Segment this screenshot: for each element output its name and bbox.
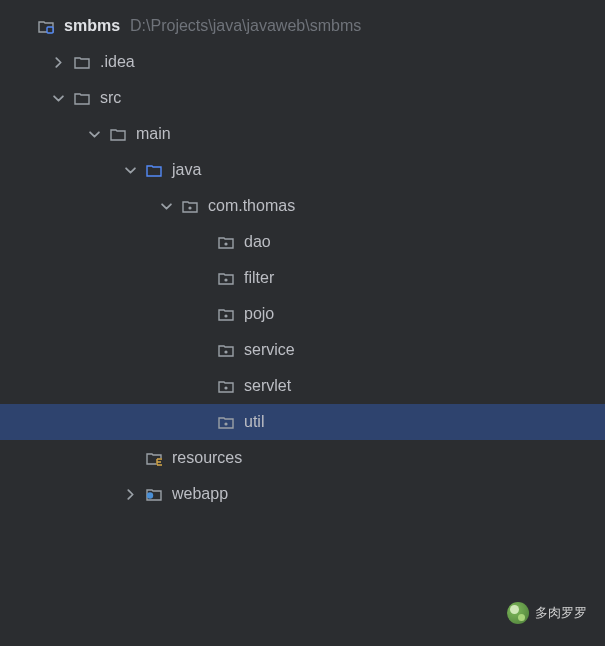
package-icon xyxy=(216,412,236,432)
resources-folder-icon xyxy=(144,448,164,468)
tree-item-resources[interactable]: resources xyxy=(0,440,605,476)
watermark-icon xyxy=(507,602,529,624)
chevron-down-icon[interactable] xyxy=(156,196,176,216)
watermark: 多肉罗罗 xyxy=(507,602,587,624)
module-icon xyxy=(36,16,56,36)
tree-item-service[interactable]: service xyxy=(0,332,605,368)
tree-item-label: filter xyxy=(244,269,274,287)
chevron-down-icon[interactable] xyxy=(48,88,68,108)
chevron-right-icon[interactable] xyxy=(48,52,68,72)
tree-item-pojo[interactable]: pojo xyxy=(0,296,605,332)
package-icon xyxy=(216,376,236,396)
tree-item-label: com.thomas xyxy=(208,197,295,215)
svg-point-2 xyxy=(224,242,227,245)
chevron-right-icon[interactable] xyxy=(120,484,140,504)
source-folder-icon xyxy=(144,160,164,180)
svg-rect-0 xyxy=(47,27,53,33)
chevron-down-icon[interactable] xyxy=(84,124,104,144)
tree-item--idea[interactable]: .idea xyxy=(0,44,605,80)
tree-item-label: pojo xyxy=(244,305,274,323)
package-icon xyxy=(216,268,236,288)
package-icon xyxy=(216,304,236,324)
project-tree: smbmsD:\Projects\java\javaweb\smbms.idea… xyxy=(0,0,605,512)
folder-icon xyxy=(72,88,92,108)
tree-item-label: java xyxy=(172,161,201,179)
package-icon xyxy=(216,340,236,360)
chevron-down-icon[interactable] xyxy=(120,160,140,180)
tree-item-src[interactable]: src xyxy=(0,80,605,116)
web-folder-icon xyxy=(144,484,164,504)
tree-item-java[interactable]: java xyxy=(0,152,605,188)
svg-point-4 xyxy=(224,314,227,317)
tree-item-label: src xyxy=(100,89,121,107)
tree-item-label: webapp xyxy=(172,485,228,503)
tree-item-path: D:\Projects\java\javaweb\smbms xyxy=(130,17,361,35)
svg-point-5 xyxy=(224,350,227,353)
folder-icon xyxy=(72,52,92,72)
tree-item-label: dao xyxy=(244,233,271,251)
tree-item-com-thomas[interactable]: com.thomas xyxy=(0,188,605,224)
tree-item-webapp[interactable]: webapp xyxy=(0,476,605,512)
package-icon xyxy=(216,232,236,252)
svg-point-6 xyxy=(224,386,227,389)
package-icon xyxy=(180,196,200,216)
tree-item-label: resources xyxy=(172,449,242,467)
svg-point-1 xyxy=(188,206,191,209)
tree-item-filter[interactable]: filter xyxy=(0,260,605,296)
tree-item-label: service xyxy=(244,341,295,359)
svg-point-9 xyxy=(147,492,153,498)
svg-point-7 xyxy=(224,422,227,425)
tree-item-util[interactable]: util xyxy=(0,404,605,440)
tree-item-label: util xyxy=(244,413,264,431)
folder-icon xyxy=(108,124,128,144)
tree-item-main[interactable]: main xyxy=(0,116,605,152)
tree-item-servlet[interactable]: servlet xyxy=(0,368,605,404)
tree-item-label: servlet xyxy=(244,377,291,395)
tree-item-label: main xyxy=(136,125,171,143)
watermark-text: 多肉罗罗 xyxy=(535,604,587,622)
tree-item-dao[interactable]: dao xyxy=(0,224,605,260)
svg-point-3 xyxy=(224,278,227,281)
tree-item-label: smbms xyxy=(64,17,120,35)
tree-item-smbms[interactable]: smbmsD:\Projects\java\javaweb\smbms xyxy=(0,8,605,44)
tree-item-label: .idea xyxy=(100,53,135,71)
